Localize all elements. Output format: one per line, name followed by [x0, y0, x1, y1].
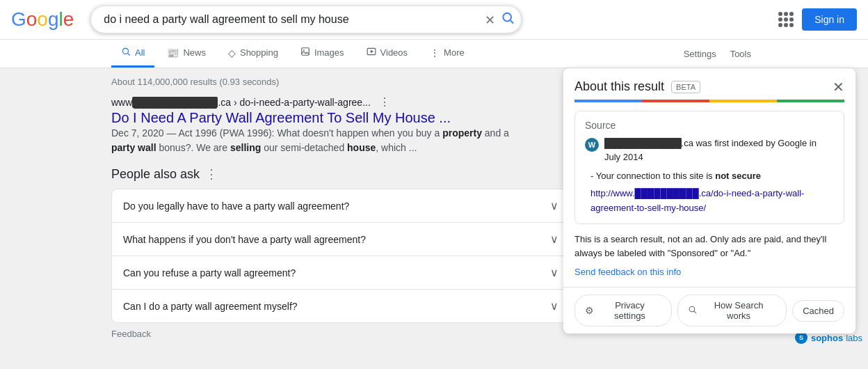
about-panel-header: About this result BETA ✕ — [563, 68, 855, 100]
result-options-icon[interactable]: ⋮ — [376, 95, 393, 109]
send-feedback-link[interactable]: Send feedback on this info — [563, 267, 855, 287]
how-search-icon — [688, 305, 697, 316]
paa-chevron-2-icon: ∨ — [550, 233, 558, 246]
svg-text:S: S — [799, 334, 803, 341]
logo-letter-o2: o — [37, 8, 48, 31]
search-bar-icons: ✕ — [485, 11, 515, 29]
about-description: This is a search result, not an ad. Only… — [563, 233, 855, 267]
svg-marker-7 — [370, 50, 373, 54]
tab-images-label: Images — [314, 47, 344, 58]
clear-icon[interactable]: ✕ — [485, 12, 495, 27]
svg-line-1 — [511, 20, 513, 23]
more-tab-icon: ⋮ — [430, 47, 440, 58]
svg-point-5 — [303, 49, 305, 51]
paa-question-4: Can I do a party wall agreement myself? — [123, 301, 298, 312]
tab-shopping-label: Shopping — [240, 47, 278, 58]
search-bar-wrapper: ✕ — [90, 6, 522, 33]
tab-all[interactable]: All — [111, 40, 154, 68]
about-panel-title-row: About this result BETA — [574, 79, 700, 94]
news-tab-icon: 📰 — [167, 47, 179, 58]
privacy-settings-button[interactable]: ⚙ Privacy settings — [574, 295, 672, 327]
tab-news[interactable]: 📰 News — [157, 40, 216, 68]
sophos-text: sophos — [811, 333, 843, 343]
videos-tab-icon — [367, 47, 376, 58]
result-title[interactable]: Do I Need A Party Wall Agreement To Sell… — [111, 110, 451, 125]
result-url-row: www████████████.ca › do-i-need-a-party-w… — [111, 95, 570, 109]
source-full-link[interactable]: http://www.██████████.ca/do-i-need-a-par… — [585, 187, 834, 216]
about-this-result-panel: About this result BETA ✕ Source W ██████… — [563, 68, 855, 333]
how-search-works-button[interactable]: How Search works — [677, 295, 787, 327]
logo-letter-o1: o — [26, 8, 38, 31]
images-tab-icon — [300, 47, 310, 58]
tab-shopping[interactable]: ◇ Shopping — [218, 40, 288, 68]
tab-all-label: All — [135, 47, 145, 58]
cached-button[interactable]: Cached — [792, 300, 844, 322]
tab-more-label: More — [444, 47, 465, 58]
source-box: Source W ████████████.ca was first index… — [574, 111, 844, 224]
sign-in-button[interactable]: Sign in — [802, 8, 857, 31]
people-also-ask-section: People also ask ⋮ Do you legally have to… — [111, 166, 570, 323]
privacy-settings-icon: ⚙ — [585, 305, 594, 316]
result-snippet: Dec 7, 2020 — Act 1996 (PWA 1996): What … — [111, 126, 529, 155]
about-panel-title: About this result — [574, 79, 664, 94]
privacy-settings-label: Privacy settings — [598, 300, 661, 321]
result-url-redacted: ████████████ — [132, 97, 218, 108]
tab-news-label: News — [183, 47, 206, 58]
google-logo: Google — [11, 8, 74, 31]
about-footer: ⚙ Privacy settings How Search works Cach… — [563, 287, 855, 333]
feedback-label[interactable]: Feedback — [111, 329, 151, 339]
logo-letter-g2: g — [48, 8, 59, 31]
feedback-row: Feedback — [111, 329, 570, 339]
paa-chevron-3-icon: ∨ — [550, 266, 558, 279]
nav-tabs: All 📰 News ◇ Shopping Images Videos ⋮ Mo… — [0, 40, 868, 68]
how-search-label: How Search works — [701, 300, 776, 321]
cached-label: Cached — [803, 306, 834, 316]
result-url: www████████████.ca › do-i-need-a-party-w… — [111, 97, 371, 108]
paa-item[interactable]: Can I do a party wall agreement myself? … — [111, 289, 570, 323]
paa-question-2: What happens if you don't have a party w… — [123, 234, 366, 245]
search-input[interactable] — [90, 6, 522, 33]
paa-options-icon[interactable]: ⋮ — [205, 166, 218, 182]
svg-line-3 — [128, 54, 130, 56]
rainbow-divider — [574, 100, 844, 102]
paa-question-3: Can you refuse a party wall agreement? — [123, 267, 296, 278]
main-content: About 114,000,000 results (0.93 seconds)… — [0, 68, 868, 347]
header: Google ✕ Sign in — [0, 0, 868, 40]
beta-badge: BETA — [671, 81, 700, 93]
tab-more[interactable]: ⋮ More — [420, 40, 474, 68]
search-results: About 114,000,000 results (0.93 seconds)… — [0, 68, 570, 347]
result-item: www████████████.ca › do-i-need-a-party-w… — [111, 95, 570, 155]
paa-title: People also ask — [111, 167, 200, 182]
logo-letter-g: G — [11, 8, 26, 31]
paa-question-1: Do you legally have to have a party wall… — [123, 201, 349, 212]
tab-videos-label: Videos — [380, 47, 408, 58]
source-domain-redacted: ████████████ — [604, 138, 682, 148]
results-count: About 114,000,000 results (0.93 seconds) — [111, 77, 570, 87]
tab-videos[interactable]: Videos — [357, 40, 418, 68]
paa-chevron-4-icon: ∨ — [550, 299, 558, 313]
security-bullet: - Your connection to this site is not se… — [585, 169, 834, 184]
source-link-redacted: ██████████ — [635, 188, 699, 198]
source-row: W ████████████.ca was first indexed by G… — [585, 136, 834, 164]
search-submit-icon[interactable] — [501, 11, 515, 29]
svg-line-9 — [694, 311, 696, 313]
paa-item[interactable]: Can you refuse a party wall agreement? ∨ — [111, 256, 570, 289]
close-button[interactable]: ✕ — [833, 80, 844, 94]
logo-letter-e: e — [63, 8, 74, 31]
paa-header: People also ask ⋮ — [111, 166, 570, 182]
paa-chevron-1-icon: ∨ — [550, 199, 558, 212]
source-text: ████████████.ca was first indexed by Goo… — [604, 136, 834, 164]
result-date: Dec 7, 2020 — [111, 127, 164, 139]
tab-images[interactable]: Images — [291, 40, 354, 68]
header-right: Sign in — [778, 8, 857, 31]
apps-grid-icon[interactable] — [778, 12, 794, 27]
paa-item[interactable]: Do you legally have to have a party wall… — [111, 189, 570, 222]
wordpress-icon: W — [585, 138, 599, 152]
labs-text: labs — [846, 333, 862, 343]
source-label: Source — [585, 120, 834, 131]
tools-tab[interactable]: Tools — [725, 42, 757, 66]
settings-tab[interactable]: Settings — [678, 42, 722, 66]
paa-item[interactable]: What happens if you don't have a party w… — [111, 222, 570, 256]
shopping-tab-icon: ◇ — [228, 47, 236, 58]
svg-rect-4 — [302, 48, 310, 56]
